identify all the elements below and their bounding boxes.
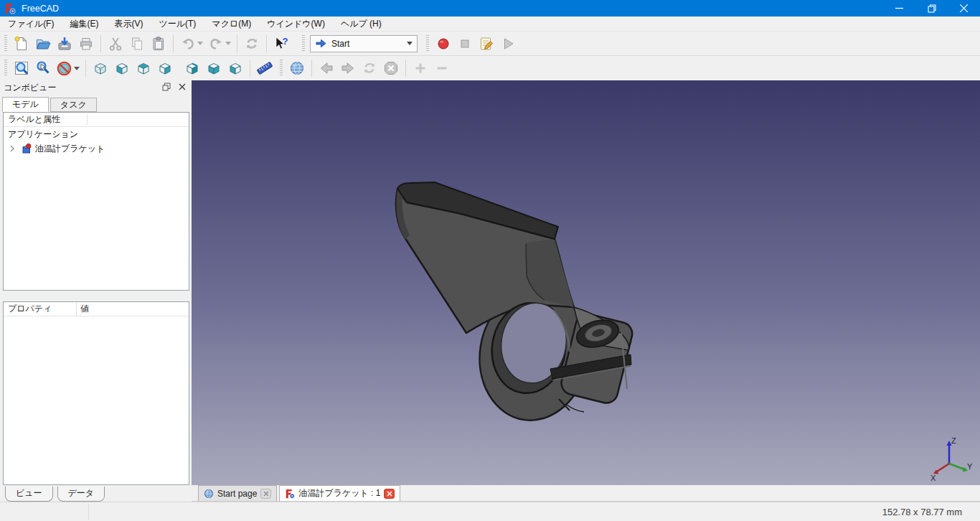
toolbar-separator	[173, 35, 174, 52]
workbench-arrow-icon	[315, 38, 327, 49]
tab-model[interactable]: モデル	[2, 97, 49, 112]
draw-style-button[interactable]	[54, 57, 75, 79]
macro-record-button[interactable]	[433, 33, 454, 55]
macro-execute-button[interactable]	[497, 33, 519, 55]
menu-tools[interactable]: ツール(T)	[151, 17, 204, 31]
dimension-readout: 152.78 x 78.77 mm	[882, 502, 962, 521]
nav-back-button[interactable]	[316, 57, 337, 79]
tab-data-properties[interactable]: データ	[57, 487, 105, 502]
tree-header-label: ラベルと属性	[8, 113, 60, 126]
view-top-button[interactable]	[133, 57, 154, 79]
undo-dropdown-caret[interactable]	[197, 42, 203, 45]
minimize-button[interactable]	[883, 0, 915, 17]
tab-document-view[interactable]: 油温計ブラケット : 1	[279, 485, 400, 501]
tab-start-page-close-button[interactable]	[260, 489, 271, 499]
new-document-button[interactable]	[11, 33, 32, 55]
3d-viewport[interactable]: Z Y X	[192, 80, 980, 485]
property-bottom-tabs: ビュー データ	[5, 487, 105, 502]
workbench-selected-label: Start	[331, 39, 407, 49]
view-front-button[interactable]	[111, 57, 133, 79]
menu-file[interactable]: ファイル(F)	[0, 17, 62, 31]
zoom-selection-button[interactable]	[32, 57, 54, 79]
toolbar-separator	[405, 60, 406, 77]
menu-window[interactable]: ウインドウ(W)	[259, 17, 333, 31]
model-tree: ラベルと属性 アプリケーション 油温計ブラケット	[3, 112, 189, 291]
tree-item-document[interactable]: 油温計ブラケット	[4, 141, 189, 156]
menu-view[interactable]: 表示(V)	[106, 17, 151, 31]
view-left-button[interactable]	[225, 57, 246, 79]
question-glyph: ?	[283, 36, 288, 47]
nav-refresh-button[interactable]	[359, 57, 380, 79]
expander-chevron-icon[interactable]	[6, 143, 18, 154]
toolbar-grip[interactable]	[4, 60, 7, 77]
dock-float-button[interactable]	[160, 81, 173, 93]
web-home-button[interactable]	[286, 57, 308, 79]
zoom-in-button[interactable]	[410, 57, 431, 79]
freecad-document-icon	[285, 489, 295, 499]
tab-start-page[interactable]: Start page	[198, 485, 277, 501]
fit-all-button[interactable]	[11, 57, 32, 79]
paste-button[interactable]	[148, 33, 169, 55]
status-bar: 152.78 x 78.77 mm	[0, 502, 980, 521]
property-header[interactable]: プロパティ 値	[4, 302, 189, 316]
tab-tasks[interactable]: タスク	[50, 98, 97, 112]
view-axonometric-button[interactable]	[90, 57, 111, 79]
combo-view-header[interactable]: コンボビュー	[0, 80, 192, 95]
axis-y-label: Y	[967, 462, 973, 471]
view-rear-button[interactable]	[182, 57, 203, 79]
restore-button[interactable]	[915, 0, 948, 17]
menu-edit[interactable]: 編集(E)	[62, 17, 106, 31]
tree-root-application[interactable]: アプリケーション	[4, 127, 189, 141]
open-document-button[interactable]	[32, 33, 54, 55]
nav-stop-button[interactable]	[380, 57, 402, 79]
macro-stop-button[interactable]	[454, 33, 476, 55]
tree-item-label: 油温計ブラケット	[35, 143, 105, 155]
tab-view-properties[interactable]: ビュー	[5, 487, 53, 502]
mdi-tab-bar: Start page 油温計ブラケット : 1	[192, 485, 980, 502]
zoom-out-button[interactable]	[431, 57, 453, 79]
save-document-button[interactable]	[54, 33, 75, 55]
tab-start-page-label: Start page	[217, 489, 257, 499]
view-right-button[interactable]	[154, 57, 176, 79]
copy-button[interactable]	[126, 33, 148, 55]
title-bar: FreeCAD	[0, 0, 980, 17]
close-button[interactable]	[948, 0, 980, 17]
redo-button[interactable]	[205, 33, 227, 55]
refresh-button[interactable]	[241, 33, 263, 55]
whats-this-button[interactable]: ?	[270, 33, 292, 55]
axis-z-label: Z	[951, 436, 956, 445]
tree-header-divider	[87, 114, 88, 125]
tab-document-view-label: 油温計ブラケット : 1	[298, 487, 380, 499]
menu-macro[interactable]: マクロ(M)	[204, 17, 259, 31]
view-bottom-button[interactable]	[203, 57, 225, 79]
model-oil-temp-bracket[interactable]	[192, 80, 980, 485]
workbench-selector[interactable]: Start	[310, 35, 418, 52]
combo-view-title: コンボビュー	[4, 82, 56, 94]
cut-button[interactable]	[105, 33, 126, 55]
combo-view-tabs: モデル タスク	[2, 97, 98, 112]
property-header-divider[interactable]	[76, 302, 77, 316]
redo-dropdown-caret[interactable]	[225, 42, 231, 45]
measure-button[interactable]	[254, 57, 275, 79]
dock-close-button[interactable]	[176, 81, 189, 93]
value-column-label: 値	[76, 303, 89, 315]
toolbar-separator	[250, 60, 250, 77]
workbench-dropdown-caret	[407, 42, 413, 45]
toolbar-separator	[237, 35, 237, 52]
draw-style-dropdown-caret[interactable]	[74, 67, 80, 70]
axis-indicator: Z Y X	[930, 433, 974, 481]
toolbar-grip[interactable]	[426, 35, 429, 52]
toolbar-grip[interactable]	[302, 35, 305, 52]
print-button[interactable]	[75, 33, 97, 55]
undo-button[interactable]	[177, 33, 199, 55]
nav-forward-button[interactable]	[337, 57, 359, 79]
tab-document-view-close-button[interactable]	[384, 489, 395, 499]
toolbar-separator	[266, 35, 267, 52]
toolbar-separator	[100, 35, 101, 52]
menu-help[interactable]: ヘルプ (H)	[333, 17, 390, 31]
toolbar-separator	[85, 60, 86, 77]
toolbar-grip[interactable]	[280, 60, 283, 77]
tree-header[interactable]: ラベルと属性	[4, 113, 189, 127]
toolbar-grip[interactable]	[4, 35, 7, 52]
macro-edit-button[interactable]	[476, 33, 497, 55]
